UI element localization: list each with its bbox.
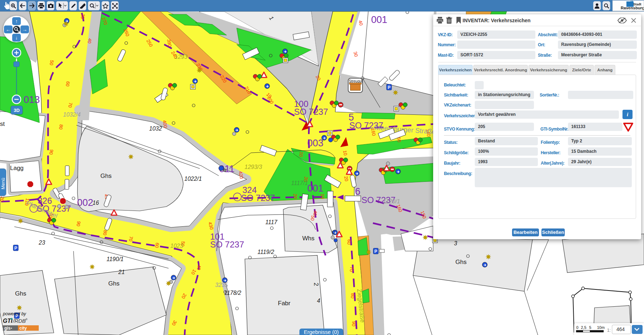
svg-text:Streugut: Streugut xyxy=(349,79,363,83)
svg-text:Fabr: Fabr xyxy=(278,300,290,307)
svg-text:®: ® xyxy=(25,318,28,321)
svg-text:0: 0 xyxy=(576,325,578,330)
svg-text:70: 70 xyxy=(128,236,134,242)
svg-text:6: 6 xyxy=(355,186,360,197)
svg-text:1023: 1023 xyxy=(170,243,183,249)
svg-text:30: 30 xyxy=(80,13,86,19)
svg-text:Ghs: Ghs xyxy=(108,280,119,287)
svg-text:002: 002 xyxy=(77,197,93,208)
svg-text:70: 70 xyxy=(67,102,74,108)
svg-text:1032: 1032 xyxy=(149,126,162,132)
svg-text:90: 90 xyxy=(76,221,82,227)
svg-text:1190/1: 1190/1 xyxy=(106,256,124,262)
svg-text:21: 21 xyxy=(118,269,125,275)
svg-text:1120/1: 1120/1 xyxy=(383,198,400,204)
svg-text:2: 2 xyxy=(313,283,319,286)
svg-text:80: 80 xyxy=(102,230,108,236)
svg-text:2,5: 2,5 xyxy=(581,325,586,330)
svg-text:1032/4: 1032/4 xyxy=(63,112,81,118)
svg-text:10m: 10m xyxy=(597,325,605,330)
svg-text:50: 50 xyxy=(49,60,55,66)
svg-text:1293: 1293 xyxy=(175,54,188,60)
svg-text:60: 60 xyxy=(65,81,71,87)
svg-text:10: 10 xyxy=(342,150,348,156)
svg-text:60: 60 xyxy=(154,242,160,248)
svg-text:10: 10 xyxy=(320,194,325,199)
svg-text:3235: 3235 xyxy=(215,282,228,288)
svg-text:60: 60 xyxy=(346,239,352,245)
svg-text:gis: gis xyxy=(4,326,11,331)
svg-text:90: 90 xyxy=(48,149,55,155)
svg-text:16: 16 xyxy=(93,200,99,206)
svg-text:/RDB: /RDB xyxy=(13,318,26,324)
svg-text:Whs: Whs xyxy=(302,235,314,242)
svg-text:1022/1: 1022/1 xyxy=(184,176,202,182)
svg-text:013: 013 xyxy=(24,94,40,105)
svg-text:Lagg: Lagg xyxy=(10,165,24,171)
svg-text:40: 40 xyxy=(196,264,202,270)
svg-text:80: 80 xyxy=(350,293,356,299)
svg-text:1178/2: 1178/2 xyxy=(224,290,241,296)
svg-text:SO 7237: SO 7237 xyxy=(241,193,275,203)
svg-text:Ghs: Ghs xyxy=(15,290,26,297)
svg-text:70: 70 xyxy=(349,266,355,272)
svg-text:1119/2: 1119/2 xyxy=(257,249,274,255)
svg-text:001: 001 xyxy=(371,14,387,25)
svg-text:5: 5 xyxy=(589,325,591,330)
svg-text:20: 20 xyxy=(293,194,298,199)
svg-text:20: 20 xyxy=(343,176,349,182)
svg-text:st: st xyxy=(0,121,5,127)
svg-text:4: 4 xyxy=(317,298,320,304)
svg-text:1117: 1117 xyxy=(265,219,278,225)
svg-text:001: 001 xyxy=(307,183,323,194)
svg-text:90: 90 xyxy=(351,321,357,327)
svg-text:SO 7237: SO 7237 xyxy=(210,240,244,249)
svg-text:1117/1: 1117/1 xyxy=(291,180,308,186)
svg-text:003: 003 xyxy=(307,138,323,148)
svg-text:40: 40 xyxy=(87,38,93,44)
svg-text:3: 3 xyxy=(454,240,457,246)
svg-text:Ravensburg: Ravensburg xyxy=(621,6,644,10)
svg-text:464: 464 xyxy=(616,326,625,332)
svg-text:50: 50 xyxy=(310,215,316,221)
svg-text:Ghs: Ghs xyxy=(455,259,467,265)
svg-text:23: 23 xyxy=(38,240,45,246)
svg-text:10: 10 xyxy=(298,151,304,157)
svg-text:1293/3: 1293/3 xyxy=(245,164,262,170)
svg-text:80: 80 xyxy=(58,124,64,130)
svg-text:1:: 1: xyxy=(607,328,611,333)
svg-text:Ghs: Ghs xyxy=(100,173,112,179)
svg-text:city: city xyxy=(19,326,27,331)
svg-text:SO 7237: SO 7237 xyxy=(294,107,328,117)
